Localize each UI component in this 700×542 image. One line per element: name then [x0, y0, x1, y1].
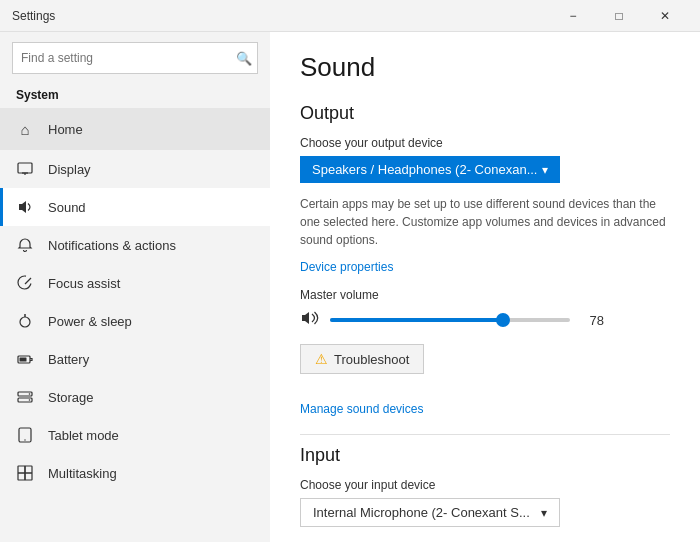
svg-rect-0 [18, 163, 32, 173]
sidebar-item-label-storage: Storage [48, 390, 94, 405]
slider-track [330, 318, 570, 322]
battery-icon [16, 350, 34, 368]
sidebar-item-battery[interactable]: Battery [0, 340, 270, 378]
input-device-selected: Internal Microphone (2- Conexant S... [313, 505, 530, 520]
output-device-selected: Speakers / Headphones (2- Conexan... [312, 162, 537, 177]
focus-icon [16, 274, 34, 292]
sidebar-item-label-home: Home [48, 122, 83, 137]
volume-icon [300, 310, 320, 330]
maximize-button[interactable]: □ [596, 0, 642, 32]
search-wrapper: 🔍 [12, 42, 258, 74]
notifications-icon [16, 236, 34, 254]
display-icon [16, 160, 34, 178]
volume-slider[interactable] [330, 310, 570, 330]
sound-icon [16, 198, 34, 216]
sidebar-item-label-display: Display [48, 162, 91, 177]
sidebar-item-sound[interactable]: Sound [0, 188, 270, 226]
manage-sound-devices-link[interactable]: Manage sound devices [300, 402, 423, 416]
sidebar-item-label-focus: Focus assist [48, 276, 120, 291]
output-device-dropdown[interactable]: Speakers / Headphones (2- Conexan... ▾ [300, 156, 560, 183]
minimize-button[interactable]: − [550, 0, 596, 32]
search-icon[interactable]: 🔍 [236, 51, 252, 66]
svg-point-11 [24, 439, 25, 440]
page-title: Sound [300, 52, 670, 83]
svg-rect-14 [18, 473, 25, 480]
output-section-title: Output [300, 103, 670, 124]
input-section-title: Input [300, 445, 670, 466]
sidebar-search-container: 🔍 [12, 42, 258, 74]
input-device-dropdown[interactable]: Internal Microphone (2- Conexant S... ▾ [300, 498, 560, 527]
sidebar-item-tablet[interactable]: Tablet mode [0, 416, 270, 454]
warning-icon: ⚠ [315, 351, 328, 367]
troubleshoot-button[interactable]: ⚠ Troubleshoot [300, 344, 424, 374]
troubleshoot-label: Troubleshoot [334, 352, 409, 367]
input-device-label: Choose your input device [300, 478, 670, 492]
volume-row: 78 [300, 310, 670, 330]
sidebar-item-label-notifications: Notifications & actions [48, 238, 176, 253]
input-dropdown-arrow-icon: ▾ [541, 506, 547, 520]
titlebar: Settings − □ ✕ [0, 0, 700, 32]
svg-rect-12 [18, 466, 25, 473]
sidebar-item-home[interactable]: ⌂ Home [0, 108, 270, 150]
dropdown-arrow-icon: ▾ [542, 163, 548, 177]
sidebar-item-label-tablet: Tablet mode [48, 428, 119, 443]
sidebar-item-display[interactable]: Display [0, 150, 270, 188]
volume-label: Master volume [300, 288, 670, 302]
sidebar-item-label-sound: Sound [48, 200, 86, 215]
tablet-icon [16, 426, 34, 444]
close-button[interactable]: ✕ [642, 0, 688, 32]
svg-rect-5 [20, 358, 27, 362]
svg-point-8 [29, 393, 31, 395]
multitasking-icon [16, 464, 34, 482]
sidebar: 🔍 System ⌂ Home Display Sound [0, 32, 270, 542]
svg-rect-13 [25, 466, 32, 473]
output-info-text: Certain apps may be set up to use differ… [300, 195, 670, 249]
sidebar-item-label-multitasking: Multitasking [48, 466, 117, 481]
output-device-label: Choose your output device [300, 136, 670, 150]
sidebar-item-storage[interactable]: Storage [0, 378, 270, 416]
svg-point-9 [29, 399, 31, 401]
sidebar-item-label-battery: Battery [48, 352, 89, 367]
storage-icon [16, 388, 34, 406]
search-input[interactable] [12, 42, 258, 74]
power-icon [16, 312, 34, 330]
main-container: 🔍 System ⌂ Home Display Sound [0, 32, 700, 542]
content-area: Sound Output Choose your output device S… [270, 32, 700, 542]
titlebar-title: Settings [12, 9, 550, 23]
sidebar-section-label: System [0, 84, 270, 108]
volume-value: 78 [580, 313, 604, 328]
svg-point-3 [20, 317, 30, 327]
device-properties-link[interactable]: Device properties [300, 260, 393, 274]
section-divider [300, 434, 670, 435]
svg-rect-15 [25, 473, 32, 480]
slider-fill [330, 318, 503, 322]
sidebar-item-power[interactable]: Power & sleep [0, 302, 270, 340]
sidebar-item-notifications[interactable]: Notifications & actions [0, 226, 270, 264]
home-icon: ⌂ [16, 120, 34, 138]
sidebar-item-label-power: Power & sleep [48, 314, 132, 329]
sidebar-item-focus[interactable]: Focus assist [0, 264, 270, 302]
sidebar-item-multitasking[interactable]: Multitasking [0, 454, 270, 492]
slider-thumb[interactable] [496, 313, 510, 327]
titlebar-controls: − □ ✕ [550, 0, 688, 32]
